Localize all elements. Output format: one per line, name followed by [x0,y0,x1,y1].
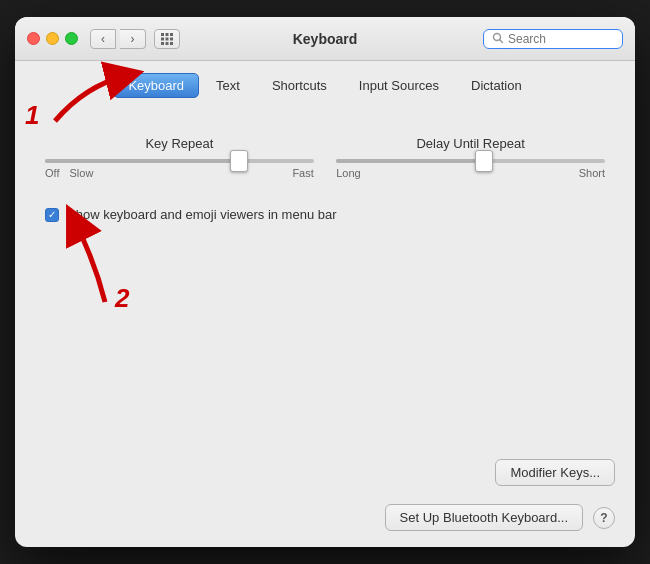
svg-rect-1 [166,33,169,36]
search-icon [492,32,504,46]
checkmark-icon: ✓ [48,210,56,220]
key-repeat-thumb[interactable] [230,150,248,172]
delay-repeat-slider-container [336,159,605,163]
show-viewers-checkbox[interactable]: ✓ [45,208,59,222]
key-repeat-label: Key Repeat [145,136,213,151]
search-input[interactable] [508,32,614,46]
help-button[interactable]: ? [593,507,615,529]
svg-rect-2 [170,33,173,36]
delay-repeat-group: Delay Until Repeat Long Short [336,136,605,179]
tab-text[interactable]: Text [201,73,255,98]
titlebar: ‹ › Keyboard [15,17,635,61]
delay-repeat-thumb[interactable] [475,150,493,172]
window-title: Keyboard [293,31,358,47]
svg-line-10 [500,39,503,42]
maximize-button[interactable] [65,32,78,45]
svg-rect-8 [170,42,173,45]
grid-button[interactable] [154,29,180,49]
minimize-button[interactable] [46,32,59,45]
delay-repeat-short-label: Short [579,167,605,179]
nav-buttons: ‹ › [90,29,146,49]
search-box[interactable] [483,29,623,49]
tab-input-sources[interactable]: Input Sources [344,73,454,98]
key-repeat-group: Key Repeat Off Slow Fast [45,136,314,179]
svg-rect-5 [170,37,173,40]
forward-button[interactable]: › [120,29,146,49]
tab-keyboard[interactable]: Keyboard [113,73,199,98]
svg-rect-3 [161,37,164,40]
tab-dictation[interactable]: Dictation [456,73,537,98]
key-repeat-track[interactable] [45,159,314,163]
svg-rect-0 [161,33,164,36]
key-repeat-fast-label: Fast [292,167,313,179]
modifier-keys-button[interactable]: Modifier Keys... [495,459,615,486]
delay-repeat-track[interactable] [336,159,605,163]
bluetooth-keyboard-button[interactable]: Set Up Bluetooth Keyboard... [385,504,583,531]
help-icon: ? [600,511,607,525]
tab-bar: Keyboard Text Shortcuts Input Sources Di… [15,61,635,106]
traffic-lights [27,32,78,45]
key-repeat-slider-container [45,159,314,163]
svg-rect-6 [161,42,164,45]
svg-rect-7 [166,42,169,45]
svg-text:2: 2 [114,283,130,312]
delay-repeat-long-label: Long [336,167,360,179]
bottom-row: Set Up Bluetooth Keyboard... ? [15,504,635,547]
key-repeat-fill [45,159,239,163]
show-viewers-label: Show keyboard and emoji viewers in menu … [67,207,337,222]
close-button[interactable] [27,32,40,45]
sliders-row: Key Repeat Off Slow Fast D [45,136,605,179]
svg-rect-4 [166,37,169,40]
key-repeat-slow-label: Slow [69,167,93,179]
key-repeat-off-label: Off [45,167,59,179]
tab-shortcuts[interactable]: Shortcuts [257,73,342,98]
delay-repeat-labels: Long Short [336,167,605,179]
back-button[interactable]: ‹ [90,29,116,49]
main-window: ‹ › Keyboard [15,17,635,547]
keyboard-panel: 1 Key Repeat Off Slow Fast [15,106,635,449]
content-area: Keyboard Text Shortcuts Input Sources Di… [15,61,635,547]
delay-repeat-fill [336,159,484,163]
delay-repeat-label: Delay Until Repeat [416,136,524,151]
checkbox-row: 2 ✓ Show keyboard and emoji viewers in m… [45,207,605,222]
footer-buttons: Modifier Keys... [15,449,635,504]
key-repeat-labels: Off Slow Fast [45,167,314,179]
